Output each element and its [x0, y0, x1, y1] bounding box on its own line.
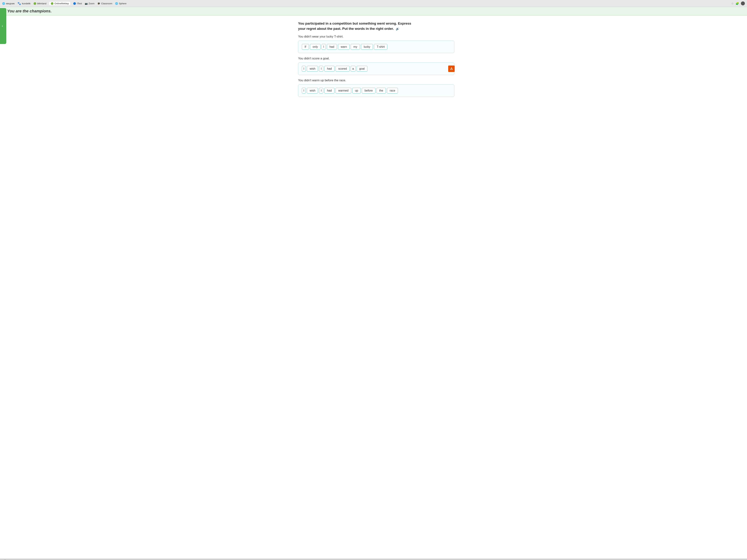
sentence-3-label: You didn't warm up before the race. [298, 79, 454, 82]
sphere-item[interactable]: 🌐 Sphere [115, 2, 126, 5]
word-chip[interactable]: lucky [361, 44, 373, 50]
word-chip[interactable]: only [310, 44, 320, 50]
word-chip[interactable]: scored [336, 66, 350, 72]
bilimland-item[interactable]: 🟢 bilimland [33, 2, 46, 5]
instructions-block: You participated in a competition but so… [298, 21, 454, 31]
word-chip[interactable]: T-shirt [374, 44, 387, 50]
word-chip[interactable]: I [319, 66, 323, 72]
word-chip[interactable]: wish [307, 88, 318, 94]
onlinemektep-item[interactable]: 🟢 OnlineMektep [49, 2, 70, 5]
word-box-1: If only I had warn my lucky T-shirt [298, 41, 454, 53]
kundelik-item[interactable]: 🐾 kundelik [18, 2, 30, 5]
word-chip[interactable]: before [362, 88, 375, 94]
word-chip[interactable]: I [302, 88, 306, 94]
itest-icon: 🔵 [73, 2, 76, 5]
sentence-2-label: You didn't score a goal. [298, 57, 454, 60]
main-content: You participated in a competition but so… [0, 16, 747, 559]
chevron-left-icon: ⌃ [1, 25, 5, 27]
exercise-3: You didn't warm up before the race. I wi… [298, 79, 454, 97]
user-avatar[interactable] [741, 1, 745, 5]
word-chip[interactable]: had [324, 88, 335, 94]
word-chip[interactable]: warmed [336, 88, 351, 94]
top-banner: You are the champions. [0, 7, 747, 16]
word-box-3: I wish I had warmed up before the race [298, 84, 454, 97]
star-icon: ☆ [731, 2, 734, 5]
word-chip[interactable]: up [352, 88, 361, 94]
word-chip[interactable]: I [319, 88, 323, 94]
onlinemektep-icon: 🟢 [51, 2, 53, 5]
speaker-icon[interactable]: 🔊 [396, 27, 400, 30]
word-chip[interactable]: If [302, 44, 309, 50]
word-chip[interactable]: goal [357, 66, 367, 72]
exercise-2: You didn't score a goal. I wish I had sc… [298, 57, 454, 75]
classroom-item[interactable]: 🎓 Classroom [97, 2, 112, 5]
word-chip[interactable]: a [351, 66, 356, 72]
translate-item[interactable]: 🌐 еводчик [2, 2, 15, 5]
classroom-icon: 🎓 [97, 2, 100, 5]
kundelik-icon: 🐾 [18, 2, 21, 5]
word-chip[interactable]: my [351, 44, 360, 50]
browser-toolbar: 🌐 еводчик 🐾 kundelik 🟢 bilimland 🟢 Onlin… [0, 0, 747, 7]
word-chip[interactable]: warn [338, 44, 350, 50]
zoom-icon: 📷 [85, 2, 87, 5]
sentence-1-label: You didn't wear your lucky T-shirt. [298, 35, 454, 38]
instructions-line2: your regret about the past. Put the word… [298, 26, 454, 31]
word-chip[interactable]: wish [307, 66, 318, 72]
word-box-2: I wish I had scored a goal [298, 62, 454, 75]
extensions-icon[interactable]: 🧩 [736, 2, 739, 5]
word-chip[interactable]: had [324, 66, 335, 72]
taskbar: ● [0, 559, 747, 560]
left-sidebar[interactable]: ⌃ [0, 8, 6, 44]
word-chip[interactable]: I [302, 66, 306, 72]
word-chip[interactable]: the [377, 88, 386, 94]
bilimland-icon: 🟢 [33, 2, 36, 5]
translate-icon: 🌐 [2, 2, 5, 5]
sphere-icon: 🌐 [115, 2, 118, 5]
banner-title: You are the champions. [7, 9, 52, 13]
word-chip[interactable]: had [327, 44, 337, 50]
word-chip[interactable]: I [321, 44, 326, 50]
alert-icon: ⚠ [450, 67, 453, 71]
exercise-1: You didn't wear your lucky T-shirt. If o… [298, 35, 454, 53]
instructions-line1: You participated in a competition but so… [298, 21, 454, 26]
word-chip[interactable]: race [387, 88, 398, 94]
zoom-item[interactable]: 📷 Zoom [85, 2, 95, 5]
alert-badge: ⚠ [448, 65, 455, 72]
itest-item[interactable]: 🔵 ITest [73, 2, 82, 5]
